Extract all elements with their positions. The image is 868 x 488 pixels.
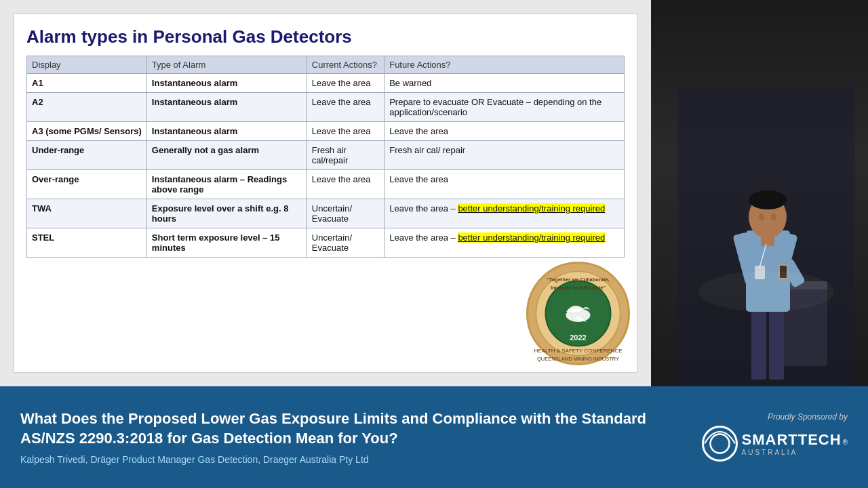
svg-text:QUEENSLAND MINING INDUSTRY: QUEENSLAND MINING INDUSTRY	[537, 356, 619, 362]
table-row: Under-rangeGenerally not a gas alarmFres…	[27, 141, 625, 170]
smarttech-name: SMARTTECH	[742, 431, 842, 449]
svg-point-23	[771, 214, 776, 220]
cell-future: Leave the area – better understanding/tr…	[384, 199, 625, 228]
cell-display: A1	[27, 74, 147, 93]
alarm-table: Display Type of Alarm Current Actions? F…	[26, 56, 625, 258]
sponsor-label: Proudly Sponsored by	[768, 412, 848, 422]
bottom-banner: What Does the Proposed Lower Gas Exposur…	[0, 386, 868, 488]
cell-future: Be warned	[384, 74, 625, 93]
cell-type: Instantaneous alarm	[146, 122, 307, 141]
slide-title: Alarm types in Personal Gas Detectors	[26, 26, 625, 47]
cell-type: Generally not a gas alarm	[146, 141, 307, 170]
cell-type: Exposure level over a shift e.g. 8 hours	[146, 199, 307, 228]
cell-current: Fresh air cal/repair	[307, 141, 384, 170]
svg-point-29	[710, 434, 729, 453]
cell-display: A2	[27, 93, 147, 122]
conference-badge: "Together we Collaborate, Innovate and E…	[526, 261, 631, 366]
cell-type: Instantaneous alarm	[146, 74, 307, 93]
svg-point-27	[698, 271, 834, 312]
cell-future: Leave the area	[384, 122, 625, 141]
cell-future: Leave the area	[384, 170, 625, 199]
cell-type: Instantaneous alarm	[146, 93, 307, 122]
banner-text-section: What Does the Proposed Lower Gas Exposur…	[20, 409, 681, 464]
cell-current: Leave the area	[307, 170, 384, 199]
badge-container: "Together we Collaborate, Innovate and E…	[526, 261, 634, 369]
top-section: Alarm types in Personal Gas Detectors Di…	[0, 0, 868, 386]
cell-future: Leave the area – better understanding/tr…	[384, 228, 625, 258]
col-header-current: Current Actions?	[307, 56, 384, 74]
cell-display: STEL	[27, 228, 147, 258]
cell-current: Leave the area	[307, 74, 384, 93]
banner-subtitle: Kalpesh Trivedi, Dräger Product Manager …	[20, 454, 681, 465]
smarttech-name-row: SMARTTECH ®	[742, 431, 848, 449]
svg-rect-12	[751, 305, 766, 380]
smarttech-logo: SMARTTECH ® AUSTRALIA	[701, 425, 848, 462]
table-header-row: Display Type of Alarm Current Actions? F…	[27, 56, 625, 74]
cell-display: Over-range	[27, 170, 147, 199]
slide-area: Alarm types in Personal Gas Detectors Di…	[0, 0, 651, 386]
svg-text:2022: 2022	[570, 333, 586, 342]
banner-sponsor: Proudly Sponsored by SMARTTECH ® AUSTRAL…	[701, 412, 848, 462]
presenter-figure	[678, 88, 854, 386]
cell-current: Uncertain/ Evacuate	[307, 199, 384, 228]
col-header-type: Type of Alarm	[146, 56, 307, 74]
cell-display: A3 (some PGMs/ Sensors)	[27, 122, 147, 141]
cell-future: Fresh air cal/ repair	[384, 141, 625, 170]
svg-rect-13	[769, 305, 784, 380]
svg-text:"Together we Collaborate,: "Together we Collaborate,	[547, 277, 610, 283]
smarttech-reg: ®	[843, 439, 848, 446]
table-row: TWAExposure level over a shift e.g. 8 ho…	[27, 199, 625, 228]
table-row: A1Instantaneous alarmLeave the areaBe wa…	[27, 74, 625, 93]
table-row: A2Instantaneous alarmLeave the areaPrepa…	[27, 93, 625, 122]
svg-text:Innovate and Educate": Innovate and Educate"	[551, 285, 606, 291]
cell-type: Instantaneous alarm – Readings above ran…	[146, 170, 307, 199]
table-row: Over-rangeInstantaneous alarm – Readings…	[27, 170, 625, 199]
svg-point-22	[759, 214, 764, 220]
presenter-background	[651, 0, 868, 386]
cell-future: Prepare to evacuate OR Evacuate – depend…	[384, 93, 625, 122]
screen: Alarm types in Personal Gas Detectors Di…	[0, 0, 868, 488]
cell-current: Uncertain/ Evacuate	[307, 228, 384, 258]
svg-rect-24	[761, 236, 774, 246]
cell-display: Under-range	[27, 141, 147, 170]
col-header-future: Future Actions?	[384, 56, 625, 74]
table-row: A3 (some PGMs/ Sensors)Instantaneous ala…	[27, 122, 625, 141]
presenter-area	[651, 0, 868, 386]
smarttech-text: SMARTTECH ® AUSTRALIA	[742, 431, 848, 456]
col-header-display: Display	[27, 56, 147, 74]
cell-current: Leave the area	[307, 93, 384, 122]
cell-current: Leave the area	[307, 122, 384, 141]
smarttech-country: AUSTRALIA	[742, 449, 848, 456]
svg-text:HEALTH & SAFETY CONFERENCE: HEALTH & SAFETY CONFERENCE	[534, 348, 623, 354]
cell-display: TWA	[27, 199, 147, 228]
banner-title: What Does the Proposed Lower Gas Exposur…	[20, 409, 681, 448]
cell-type: Short term exposure level – 15 minutes	[146, 228, 307, 258]
smarttech-logo-icon	[701, 425, 738, 462]
svg-point-21	[749, 190, 787, 209]
table-row: STELShort term exposure level – 15 minut…	[27, 228, 625, 258]
